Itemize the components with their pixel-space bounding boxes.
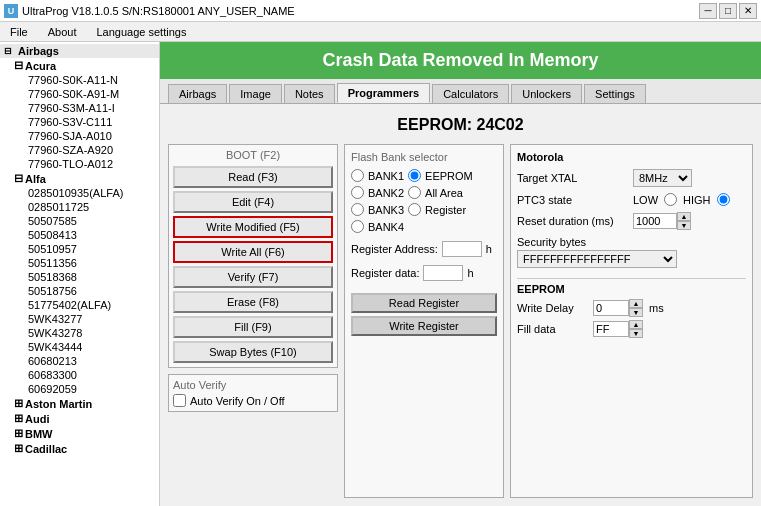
list-item[interactable]: 0285010935(ALFA) [12, 186, 159, 200]
list-item[interactable]: 0285011725 [12, 200, 159, 214]
bank2-allarea-radio[interactable] [408, 186, 421, 199]
list-item[interactable]: 50511356 [12, 256, 159, 270]
menu-language[interactable]: Language settings [90, 25, 192, 39]
list-item[interactable]: 60692059 [12, 382, 159, 396]
sidebar-subgroup-acura[interactable]: ⊟ Acura [12, 58, 159, 73]
sidebar-subgroup-aston[interactable]: ⊞ Aston Martin [12, 396, 159, 411]
sidebar-subgroup-bmw[interactable]: ⊞ BMW [12, 426, 159, 441]
list-item[interactable]: 51775402(ALFA) [12, 298, 159, 312]
tab-image[interactable]: Image [229, 84, 282, 103]
list-item[interactable]: 50518756 [12, 284, 159, 298]
list-item[interactable]: 77960-SZA-A920 [12, 143, 159, 157]
tab-calculators[interactable]: Calculators [432, 84, 509, 103]
sidebar-group-airbags[interactable]: ⊟ Airbags [0, 44, 159, 58]
bank2-label: BANK2 [368, 187, 404, 199]
auto-verify-checkbox[interactable] [173, 394, 186, 407]
bank3-radio[interactable] [351, 203, 364, 216]
ptc3-low-radio[interactable] [664, 193, 677, 206]
flash-bank-panel: Flash Bank selector BANK1 EEPROM BANK2 A… [344, 144, 504, 498]
tab-notes[interactable]: Notes [284, 84, 335, 103]
list-item[interactable]: 5WK43277 [12, 312, 159, 326]
list-item[interactable]: 77960-S0K-A11-N [12, 73, 159, 87]
list-item[interactable]: 50507585 [12, 214, 159, 228]
fill-button[interactable]: Fill (F9) [173, 316, 333, 338]
banner: Crash Data Removed In Memory [160, 42, 761, 79]
list-item[interactable]: 77960-SJA-A010 [12, 129, 159, 143]
auto-verify-group: Auto Verify Auto Verify On / Off [168, 374, 338, 412]
cadillac-expand-icon: ⊞ [14, 442, 23, 455]
ptc3-high-label: HIGH [683, 194, 711, 206]
fill-data-up[interactable]: ▲ [629, 320, 643, 329]
title-bar: U UltraProg V18.1.0.5 S/N:RS180001 ANY_U… [0, 0, 761, 22]
sidebar-subgroup-cadillac[interactable]: ⊞ Cadillac [12, 441, 159, 456]
motorola-panel: Motorola Target XTAL 4MHz 8MHz 16MHz PTC… [510, 144, 753, 498]
eeprom-section: EEPROM Write Delay ▲ ▼ ms [517, 278, 746, 341]
ptc3-high-radio[interactable] [717, 193, 730, 206]
sidebar-subgroup-alfa[interactable]: ⊟ Alfa [12, 171, 159, 186]
write-delay-up[interactable]: ▲ [629, 299, 643, 308]
maximize-button[interactable]: □ [719, 3, 737, 19]
menu-bar: File About Language settings [0, 22, 761, 42]
read-button[interactable]: Read (F3) [173, 166, 333, 188]
security-bytes-select[interactable]: FFFFFFFFFFFFFFFF [517, 250, 677, 268]
tabs-bar: Airbags Image Notes Programmers Calculat… [160, 79, 761, 104]
reg-data-input[interactable] [423, 265, 463, 281]
list-item[interactable]: 77960-S3M-A11-I [12, 101, 159, 115]
bank3-register-radio[interactable] [408, 203, 421, 216]
reg-addr-input[interactable] [442, 241, 482, 257]
list-item[interactable]: 50508413 [12, 228, 159, 242]
tab-airbags[interactable]: Airbags [168, 84, 227, 103]
edit-button[interactable]: Edit (F4) [173, 191, 333, 213]
write-delay-input[interactable] [593, 300, 629, 316]
reg-data-suffix: h [467, 267, 473, 279]
list-item[interactable]: 60683300 [12, 368, 159, 382]
bank1-eeprom-radio[interactable] [408, 169, 421, 182]
swap-bytes-button[interactable]: Swap Bytes (F10) [173, 341, 333, 363]
bank2-radio[interactable] [351, 186, 364, 199]
sidebar-subgroup-audi[interactable]: ⊞ Audi [12, 411, 159, 426]
write-all-button[interactable]: Write All (F6) [173, 241, 333, 263]
aston-expand-icon: ⊞ [14, 397, 23, 410]
bank1-radio1[interactable] [351, 169, 364, 182]
menu-about[interactable]: About [42, 25, 83, 39]
list-item[interactable]: 77960-S0K-A91-M [12, 87, 159, 101]
list-item[interactable]: 77960-TLO-A012 [12, 157, 159, 171]
main-layout: ⊟ Airbags ⊟ Acura 77960-S0K-A11-N 77960-… [0, 42, 761, 506]
list-item[interactable]: 5WK43444 [12, 340, 159, 354]
minimize-button[interactable]: ─ [699, 3, 717, 19]
reg-addr-suffix: h [486, 243, 492, 255]
bmw-expand-icon: ⊞ [14, 427, 23, 440]
erase-button[interactable]: Erase (F8) [173, 291, 333, 313]
write-register-button[interactable]: Write Register [351, 316, 497, 336]
read-register-button[interactable]: Read Register [351, 293, 497, 313]
list-item[interactable]: 5WK43278 [12, 326, 159, 340]
verify-button[interactable]: Verify (F7) [173, 266, 333, 288]
list-item[interactable]: 50510957 [12, 242, 159, 256]
list-item[interactable]: 60680213 [12, 354, 159, 368]
sidebar-tree: ⊟ Airbags ⊟ Acura 77960-S0K-A11-N 77960-… [0, 42, 160, 506]
reset-duration-up[interactable]: ▲ [677, 212, 691, 221]
panels-row: BOOT (F2) Read (F3) Edit (F4) Write Modi… [168, 144, 753, 498]
reset-duration-down[interactable]: ▼ [677, 221, 691, 230]
fill-data-input[interactable] [593, 321, 629, 337]
bank4-radio[interactable] [351, 220, 364, 233]
list-item[interactable]: 77960-S3V-C111 [12, 115, 159, 129]
write-modified-button[interactable]: Write Modified (F5) [173, 216, 333, 238]
menu-file[interactable]: File [4, 25, 34, 39]
write-delay-down[interactable]: ▼ [629, 308, 643, 317]
target-xtal-select[interactable]: 4MHz 8MHz 16MHz [633, 169, 692, 187]
reset-duration-input[interactable] [633, 213, 677, 229]
write-delay-label: Write Delay [517, 302, 587, 314]
bank2-allarea-label: All Area [425, 187, 463, 199]
list-item[interactable]: 50518368 [12, 270, 159, 284]
alfa-expand-icon: ⊟ [14, 172, 23, 185]
fill-data-down[interactable]: ▼ [629, 329, 643, 338]
tab-programmers[interactable]: Programmers [337, 83, 431, 103]
tab-unlockers[interactable]: Unlockers [511, 84, 582, 103]
buttons-panel: BOOT (F2) Read (F3) Edit (F4) Write Modi… [168, 144, 338, 498]
audi-expand-icon: ⊞ [14, 412, 23, 425]
bank1-eeprom-label: EEPROM [425, 170, 473, 182]
tab-settings[interactable]: Settings [584, 84, 646, 103]
bank4-label: BANK4 [368, 221, 404, 233]
close-button[interactable]: ✕ [739, 3, 757, 19]
